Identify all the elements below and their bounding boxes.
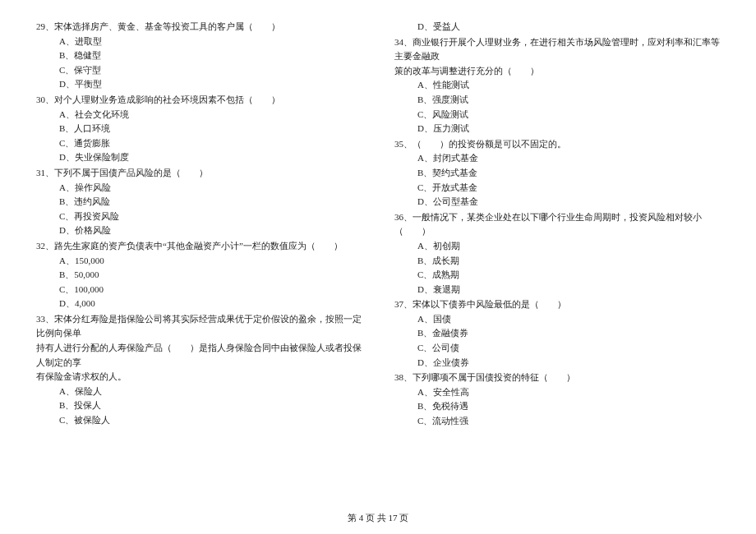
question-stem: 31、下列不属于国债产品风险的是（ ） (36, 166, 362, 181)
option-d: D、价格风险 (36, 223, 362, 238)
option-b: B、50,000 (36, 268, 362, 283)
question-38: 38、下列哪项不属于国债投资的特征（ ） A、安全性高 B、免税待遇 C、流动性… (394, 371, 720, 428)
question-36: 36、一般情况下，某类企业处在以下哪个行业生命周期时，投资风险相对较小（ ） A… (394, 210, 720, 297)
option-b: B、投保人 (36, 398, 362, 413)
option-a: A、初创期 (394, 239, 720, 254)
question-stem: 37、宋体以下债券中风险最低的是（ ） (394, 297, 720, 312)
option-a: A、操作风险 (36, 181, 362, 196)
option-c: C、风险测试 (394, 108, 720, 122)
right-column: D、受益人 34、商业银行开展个人理财业务，在进行相关市场风险管理时，应对利率和… (394, 20, 720, 508)
option-c: C、再投资风险 (36, 209, 362, 224)
option-c: C、公司债 (394, 341, 720, 356)
option-d: D、平衡型 (36, 77, 362, 92)
question-stem: 29、宋体选择房产、黄金、基金等投资工具的客户属（ ） (36, 20, 362, 35)
left-column: 29、宋体选择房产、黄金、基金等投资工具的客户属（ ） A、进取型 B、稳健型 … (36, 20, 362, 508)
question-stem: 32、路先生家庭的资产负债表中“其他金融资产小计”一栏的数值应为（ ） (36, 239, 362, 254)
option-c: C、成熟期 (394, 268, 720, 283)
question-33: 33、宋体分红寿险是指保险公司将其实际经营成果优于定价假设的盈余，按照一定比例向… (36, 312, 362, 428)
question-32: 32、路先生家庭的资产负债表中“其他金融资产小计”一栏的数值应为（ ） A、15… (36, 239, 362, 311)
option-b: B、金融债券 (394, 326, 720, 341)
option-b: B、稳健型 (36, 48, 362, 63)
option-d: D、压力测试 (394, 122, 720, 136)
page-footer: 第 4 页 共 17 页 (0, 508, 756, 526)
page-body: 29、宋体选择房产、黄金、基金等投资工具的客户属（ ） A、进取型 B、稳健型 … (0, 0, 756, 508)
option-a: A、社会文化环境 (36, 108, 362, 122)
option-a: A、保险人 (36, 384, 362, 399)
question-37: 37、宋体以下债券中风险最低的是（ ） A、国债 B、金融债券 C、公司债 D、… (394, 297, 720, 370)
option-c: C、开放式基金 (394, 181, 720, 196)
question-31: 31、下列不属于国债产品风险的是（ ） A、操作风险 B、违约风险 C、再投资风… (36, 166, 362, 238)
option-b: B、免税待遇 (394, 399, 720, 414)
question-stem: 38、下列哪项不属于国债投资的特征（ ） (394, 371, 720, 385)
option-a: A、国债 (394, 312, 720, 327)
question-stem-line1: 34、商业银行开展个人理财业务，在进行相关市场风险管理时，应对利率和汇率等主要金… (394, 35, 720, 64)
option-d: D、公司型基金 (394, 195, 720, 209)
option-c: C、100,000 (36, 283, 362, 297)
option-a: A、安全性高 (394, 385, 720, 400)
question-stem-line1: 33、宋体分红寿险是指保险公司将其实际经营成果优于定价假设的盈余，按照一定比例向… (36, 312, 362, 341)
option-d: D、企业债券 (394, 356, 720, 371)
question-34: 34、商业银行开展个人理财业务，在进行相关市场风险管理时，应对利率和汇率等主要金… (394, 35, 720, 136)
option-b: B、强度测试 (394, 93, 720, 108)
question-stem: 36、一般情况下，某类企业处在以下哪个行业生命周期时，投资风险相对较小（ ） (394, 210, 720, 239)
question-stem-line2: 策的改革与调整进行充分的（ ） (394, 64, 720, 79)
question-stem-line2: 持有人进行分配的人寿保险产品（ ）是指人身保险合同中由被保险人或者投保人制定的享 (36, 341, 362, 370)
option-c: C、通货膨胀 (36, 136, 362, 151)
option-c: C、流动性强 (394, 414, 720, 429)
option-b: B、契约式基金 (394, 166, 720, 181)
option-c: C、被保险人 (36, 413, 362, 428)
option-b: B、成长期 (394, 254, 720, 269)
option-d: D、4,000 (36, 297, 362, 311)
option-a: A、150,000 (36, 254, 362, 269)
option-a: A、性能测试 (394, 78, 720, 93)
option-d: D、衰退期 (394, 283, 720, 297)
question-stem: 30、对个人理财业务造成影响的社会环境因素不包括（ ） (36, 93, 362, 108)
option-d: D、失业保险制度 (36, 150, 362, 165)
question-stem: 35、（ ）的投资份额是可以不固定的。 (394, 137, 720, 152)
option-a: A、封闭式基金 (394, 151, 720, 166)
question-29: 29、宋体选择房产、黄金、基金等投资工具的客户属（ ） A、进取型 B、稳健型 … (36, 20, 362, 92)
question-30: 30、对个人理财业务造成影响的社会环境因素不包括（ ） A、社会文化环境 B、人… (36, 93, 362, 165)
option-b: B、人口环境 (36, 122, 362, 136)
question-33-continued: D、受益人 (394, 20, 720, 35)
question-stem-line3: 有保险金请求权的人。 (36, 370, 362, 384)
option-a: A、进取型 (36, 35, 362, 49)
option-d: D、受益人 (394, 20, 720, 35)
option-c: C、保守型 (36, 63, 362, 78)
question-35: 35、（ ）的投资份额是可以不固定的。 A、封闭式基金 B、契约式基金 C、开放… (394, 137, 720, 209)
option-b: B、违约风险 (36, 195, 362, 209)
